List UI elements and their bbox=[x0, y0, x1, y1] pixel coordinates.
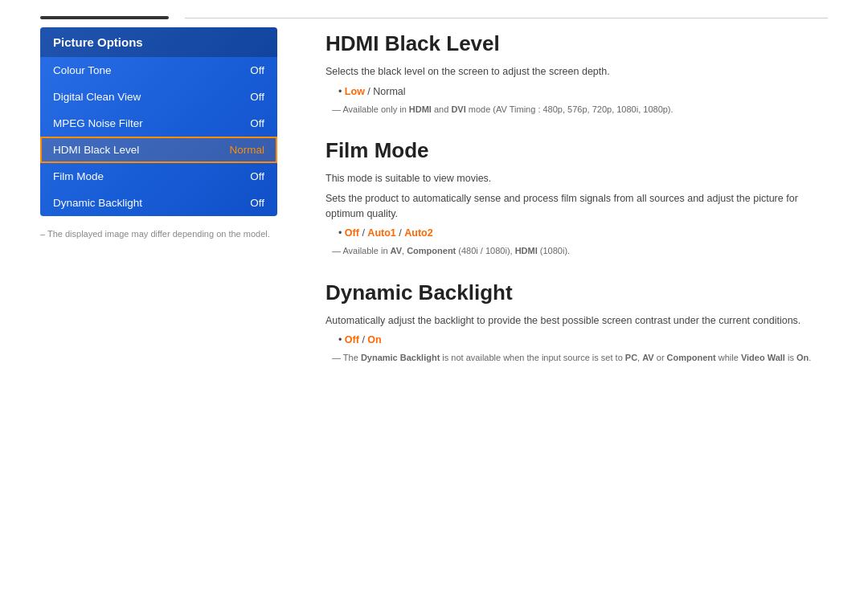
top-bar-accent-line bbox=[40, 16, 169, 19]
menu-item-dynamic-backlight-value: Off bbox=[250, 197, 264, 209]
hdmi-black-level-note: Available only in HDMI and DVI mode (AV … bbox=[332, 103, 828, 116]
top-bar-divider bbox=[185, 18, 828, 18]
menu-item-dynamic-backlight[interactable]: Dynamic Backlight Off bbox=[40, 190, 277, 216]
dynamic-option-off: Off bbox=[345, 334, 359, 345]
hdmi-black-level-options: Low / Normal bbox=[338, 84, 828, 100]
menu-title: Picture Options bbox=[40, 27, 277, 57]
menu-item-mpeg-noise-filter-label: MPEG Noise Filter bbox=[53, 117, 143, 129]
menu-item-colour-tone-label: Colour Tone bbox=[53, 64, 112, 76]
dynamic-backlight-options: Off / On bbox=[338, 333, 828, 348]
section-dynamic-backlight-desc: Automatically adjust the backlight to pr… bbox=[326, 313, 828, 329]
menu-item-colour-tone[interactable]: Colour Tone Off bbox=[40, 57, 277, 84]
note-component2-keyword: Component bbox=[667, 353, 716, 362]
section-dynamic-backlight: Dynamic Backlight Automatically adjust t… bbox=[326, 280, 828, 365]
section-hdmi-black-level: HDMI Black Level Selects the black level… bbox=[326, 31, 828, 116]
section-hdmi-black-level-title: HDMI Black Level bbox=[326, 31, 828, 56]
section-dynamic-backlight-title: Dynamic Backlight bbox=[326, 280, 828, 305]
dynamic-backlight-note: The Dynamic Backlight is not available w… bbox=[332, 351, 828, 365]
left-panel-footnote: The displayed image may differ depending… bbox=[40, 229, 277, 239]
section-film-mode-desc1: This mode is suitable to view movies. bbox=[326, 171, 828, 186]
menu-item-film-mode[interactable]: Film Mode Off bbox=[40, 163, 277, 190]
section-film-mode-desc2: Sets the product to automatically sense … bbox=[326, 191, 828, 222]
note-pc-keyword: PC bbox=[625, 353, 637, 362]
note-hdmi-keyword2: HDMI bbox=[515, 246, 538, 255]
left-panel: Picture Options Colour Tone Off Digital … bbox=[40, 27, 277, 387]
film-mode-options: Off / Auto1 / Auto2 bbox=[338, 226, 828, 241]
right-panel: HDMI Black Level Selects the black level… bbox=[326, 27, 828, 387]
section-film-mode: Film Mode This mode is suitable to view … bbox=[326, 138, 828, 258]
note-av-keyword: AV bbox=[391, 246, 402, 255]
menu-item-digital-clean-view-value: Off bbox=[250, 91, 264, 103]
top-bar bbox=[0, 0, 868, 27]
menu-item-hdmi-black-level-value: Normal bbox=[229, 144, 264, 156]
menu-item-mpeg-noise-filter-value: Off bbox=[250, 117, 264, 129]
menu-item-film-mode-value: Off bbox=[250, 170, 264, 182]
menu-item-film-mode-label: Film Mode bbox=[53, 170, 104, 182]
dynamic-option-on: On bbox=[367, 334, 381, 345]
note-videowall-keyword: Video Wall bbox=[741, 353, 785, 362]
picture-options-menu: Picture Options Colour Tone Off Digital … bbox=[40, 27, 277, 216]
note-on-keyword: On bbox=[796, 353, 809, 362]
section-film-mode-title: Film Mode bbox=[326, 138, 828, 163]
menu-item-dynamic-backlight-label: Dynamic Backlight bbox=[53, 197, 142, 209]
hdmi-option-normal: Normal bbox=[373, 86, 405, 97]
menu-item-hdmi-black-level[interactable]: HDMI Black Level Normal bbox=[40, 137, 277, 163]
main-content: Picture Options Colour Tone Off Digital … bbox=[0, 27, 868, 387]
note-av2-keyword: AV bbox=[642, 353, 653, 362]
menu-item-colour-tone-value: Off bbox=[250, 64, 264, 76]
menu-item-digital-clean-view-label: Digital Clean View bbox=[53, 91, 141, 103]
hdmi-option-low: Low bbox=[345, 86, 365, 97]
menu-item-digital-clean-view[interactable]: Digital Clean View Off bbox=[40, 84, 277, 110]
menu-item-mpeg-noise-filter[interactable]: MPEG Noise Filter Off bbox=[40, 110, 277, 137]
film-option-auto1: Auto1 bbox=[367, 227, 395, 239]
note-dynamic-backlight-keyword: Dynamic Backlight bbox=[361, 353, 440, 362]
film-option-off: Off bbox=[345, 227, 359, 239]
section-hdmi-black-level-desc: Selects the black level on the screen to… bbox=[326, 64, 828, 80]
note-dvi-keyword: DVI bbox=[451, 104, 465, 114]
film-mode-note: Available in AV, Component (480i / 1080i… bbox=[332, 244, 828, 258]
film-option-auto2: Auto2 bbox=[404, 227, 432, 239]
note-hdmi-keyword: HDMI bbox=[409, 104, 432, 114]
menu-item-hdmi-black-level-label: HDMI Black Level bbox=[53, 144, 139, 156]
note-component-keyword: Component bbox=[407, 246, 456, 255]
